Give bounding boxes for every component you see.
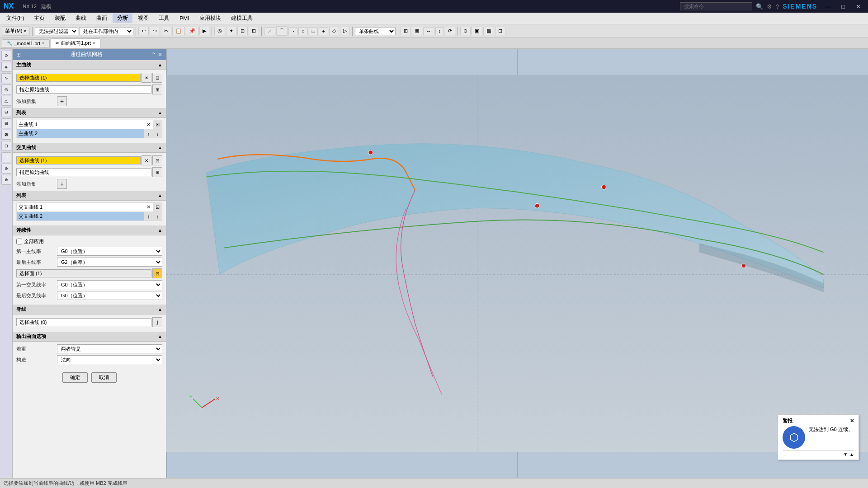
primary-list-row-1[interactable]: 主曲线 1 ✕ ⊡ bbox=[17, 120, 162, 129]
toolbar-icon-13[interactable]: ~ bbox=[288, 27, 297, 35]
menu-modeling-tools[interactable]: 建模工具 bbox=[226, 14, 257, 23]
left-btn-3[interactable]: ∿ bbox=[1, 73, 11, 83]
toolbar-icon-26[interactable]: ▩ bbox=[483, 27, 494, 35]
section-header-output[interactable]: 输出曲面选项 ▲ bbox=[13, 332, 166, 342]
cross-add-btn[interactable]: + bbox=[57, 179, 67, 189]
dialog-minimize-btn[interactable]: ⌃ bbox=[151, 52, 156, 58]
left-btn-9[interactable]: ⊡ bbox=[1, 141, 11, 151]
menu-home[interactable]: 主页 bbox=[29, 14, 49, 23]
toolbar-icon-27[interactable]: ⊡ bbox=[495, 27, 505, 35]
close-btn[interactable]: ✕ bbox=[852, 2, 864, 11]
toolbar-icon-24[interactable]: ⊙ bbox=[460, 27, 471, 35]
spine-select-input[interactable] bbox=[16, 318, 151, 326]
toolbar-icon-17[interactable]: ◇ bbox=[329, 27, 339, 35]
primary-add-btn[interactable]: + bbox=[57, 96, 67, 106]
viewport[interactable]: X Y 警报 ✕ ⬡ 无法达到 G0 连续。 ▼ ▲ bbox=[166, 49, 868, 478]
emphasis-select[interactable]: 两者皆是 bbox=[57, 344, 162, 353]
toolbar-icon-15[interactable]: □ bbox=[309, 27, 318, 35]
dialog-close-btn[interactable]: ✕ bbox=[158, 52, 162, 58]
confirm-btn[interactable]: 确定 bbox=[62, 372, 88, 383]
working-part-select[interactable]: 处在工作部件内 bbox=[79, 27, 133, 35]
menu-view[interactable]: 视图 bbox=[133, 14, 153, 23]
cross-specify-btn[interactable]: ⊞ bbox=[152, 167, 162, 177]
primary-clear-btn[interactable]: ✕ bbox=[142, 73, 151, 83]
face-selector-btn[interactable]: ⊡ bbox=[152, 268, 162, 278]
left-btn-11[interactable]: ⊕ bbox=[1, 164, 11, 174]
toolbar-icon-1[interactable]: ↩ bbox=[138, 27, 149, 35]
left-btn-7[interactable]: ⊞ bbox=[1, 118, 11, 128]
tab-model1-close[interactable]: × bbox=[42, 41, 45, 46]
alert-collapse-btn[interactable]: ▲ bbox=[849, 452, 854, 457]
left-btn-12[interactable]: ⊗ bbox=[1, 175, 11, 185]
toolbar-icon-8[interactable]: ✦ bbox=[226, 27, 236, 35]
select-face-input[interactable] bbox=[16, 269, 151, 277]
toolbar-icon-7[interactable]: ◎ bbox=[214, 27, 225, 35]
toolbar-icon-4[interactable]: 📋 bbox=[172, 27, 185, 35]
cross-item-1-move[interactable]: ⊡ bbox=[153, 203, 162, 212]
cross-item-1-del[interactable]: ✕ bbox=[144, 203, 153, 212]
toolbar-icon-21[interactable]: ↔ bbox=[423, 27, 434, 35]
primary-selector-btn[interactable]: ⊡ bbox=[152, 73, 162, 83]
cross-list-row-2[interactable]: 交叉曲线 2 ↑ ↓ bbox=[17, 212, 162, 221]
primary-curve-input[interactable] bbox=[16, 74, 141, 82]
filter-select[interactable]: 无法探过滤器 bbox=[35, 27, 78, 35]
first-cross-select[interactable]: G0（位置） bbox=[57, 280, 162, 289]
last-cross-select[interactable]: G0（位置） bbox=[57, 291, 162, 300]
section-header-cross[interactable]: 交叉曲线 ▲ bbox=[13, 143, 166, 153]
alert-expand-btn[interactable]: ▼ bbox=[843, 452, 848, 457]
primary-item-1-del[interactable]: ✕ bbox=[144, 120, 153, 129]
toolbar-icon-10[interactable]: ⊞ bbox=[249, 27, 259, 35]
toolbar-icon-23[interactable]: ⟳ bbox=[445, 27, 455, 35]
primary-specify-input[interactable] bbox=[16, 85, 151, 94]
cancel-btn[interactable]: 取消 bbox=[91, 372, 117, 383]
spine-func-btn[interactable]: ∫ bbox=[152, 317, 162, 327]
cross-clear-btn[interactable]: ✕ bbox=[142, 155, 151, 165]
toolbar-icon-16[interactable]: + bbox=[319, 27, 328, 35]
primary-item-2-up[interactable]: ↑ bbox=[144, 129, 153, 138]
menu-appmodule[interactable]: 应用模块 bbox=[195, 14, 226, 23]
left-btn-4[interactable]: ◎ bbox=[1, 84, 11, 94]
cross-curve-input[interactable] bbox=[16, 156, 141, 164]
tab-study1-close[interactable]: × bbox=[93, 41, 95, 46]
menu-surface[interactable]: 曲面 bbox=[92, 14, 112, 23]
menu-filter-btn[interactable]: 菜单(M) » bbox=[2, 26, 30, 36]
settings-icon[interactable]: ⚙ bbox=[767, 3, 772, 10]
toolbar-icon-19[interactable]: ⊞ bbox=[401, 27, 411, 35]
menu-tools[interactable]: 工具 bbox=[154, 14, 174, 23]
primary-list-header[interactable]: 列表 ▲ bbox=[13, 108, 166, 118]
help-icon[interactable]: ? bbox=[776, 3, 779, 10]
last-primary-select[interactable]: G2（曲率） bbox=[57, 258, 162, 267]
first-primary-select[interactable]: G0（位置） bbox=[57, 247, 162, 256]
toolbar-icon-5[interactable]: 📌 bbox=[186, 27, 198, 35]
apply-all-checkbox[interactable] bbox=[16, 239, 22, 244]
toolbar-icon-18[interactable]: ▷ bbox=[340, 27, 350, 35]
minimize-btn[interactable]: — bbox=[821, 2, 834, 11]
section-header-primary[interactable]: 主曲线 ▲ bbox=[13, 60, 166, 70]
cross-item-2-up[interactable]: ↑ bbox=[144, 212, 153, 221]
cross-selector-btn[interactable]: ⊡ bbox=[152, 155, 162, 165]
cross-list-row-1[interactable]: 交叉曲线 1 ✕ ⊡ bbox=[17, 203, 162, 212]
menu-assembly[interactable]: 装配 bbox=[50, 14, 70, 23]
left-btn-1[interactable]: ⊙ bbox=[1, 51, 11, 61]
menu-curve[interactable]: 曲线 bbox=[71, 14, 91, 23]
build-select[interactable]: 法向 bbox=[57, 355, 162, 364]
toolbar-icon-11[interactable]: ⟋ bbox=[264, 27, 275, 35]
cross-list-header[interactable]: 列表 ▲ bbox=[13, 191, 166, 201]
left-btn-2[interactable]: ◈ bbox=[1, 62, 11, 72]
menu-analysis[interactable]: 分析 bbox=[113, 14, 132, 23]
left-btn-8[interactable]: ⊠ bbox=[1, 130, 11, 140]
left-btn-10[interactable]: ⋯ bbox=[1, 152, 11, 162]
section-header-spine[interactable]: 脊线 ▲ bbox=[13, 305, 166, 314]
tab-model1[interactable]: 🔧 _model1.prt × bbox=[2, 39, 50, 47]
maximize-btn[interactable]: □ bbox=[838, 2, 849, 11]
toolbar-icon-2[interactable]: ↪ bbox=[150, 27, 160, 35]
cross-specify-input[interactable] bbox=[16, 168, 151, 176]
toolbar-icon-14[interactable]: ○ bbox=[298, 27, 308, 35]
left-btn-5[interactable]: △ bbox=[1, 96, 11, 106]
section-header-continuity[interactable]: 连续性 ▲ bbox=[13, 225, 166, 235]
toolbar-icon-6[interactable]: ▶ bbox=[199, 27, 209, 35]
tab-study1[interactable]: ✏ 曲面练习1.prt × bbox=[51, 38, 100, 48]
toolbar-icon-22[interactable]: ↕ bbox=[435, 27, 444, 35]
toolbar-icon-20[interactable]: ⊠ bbox=[412, 27, 422, 35]
primary-list-row-2[interactable]: 主曲线 2 ↑ ↓ bbox=[17, 129, 162, 138]
